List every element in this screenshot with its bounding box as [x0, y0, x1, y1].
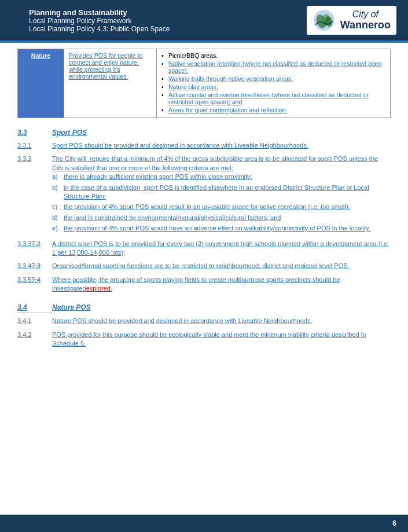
list-item: Walking trails through native vegetation…: [161, 75, 385, 82]
policy-341-text: Nature POS should be provided and design…: [52, 317, 391, 325]
policy-332-subs: a)there is already sufficient existing s…: [17, 173, 391, 234]
policy-33372: 3.3.37.2 A district sport POS is to be p…: [17, 240, 391, 258]
logo-city: City of: [352, 9, 378, 19]
header-title1: Planning and Sustainability: [29, 8, 307, 17]
policy-33372-text: A district sport POS is to be provided f…: [52, 240, 391, 258]
policy-342: 3.4.2 POS provided for this purpose shou…: [17, 331, 391, 348]
nature-label: Nature: [31, 52, 50, 59]
bullet-list: Picnic/BBQ areas. Native vegetation rete…: [161, 52, 385, 113]
policy-342-num: 3.4.2: [17, 331, 52, 348]
logo-text-block: City of Wanneroo: [340, 9, 391, 31]
policy-332-main-row: 3.3.2 The City will require that a minim…: [17, 155, 391, 173]
policy-33372-num: 3.3.37.2: [17, 240, 52, 258]
policy-33574-explored: explored: [86, 285, 111, 292]
wanneroo-logo-icon: [313, 9, 336, 32]
table-row: Nature Provides POS for people to connec…: [18, 49, 391, 118]
policy-33473-text: Organised/formal sporting functions are …: [52, 262, 391, 270]
list-item: Areas for quiet contemplation and reflec…: [161, 107, 385, 113]
section-33-title: Sport POS: [52, 129, 87, 137]
list-item: a)there is already sufficient existing s…: [52, 173, 391, 181]
policy-332-sub-list: a)there is already sufficient existing s…: [52, 173, 391, 233]
page-footer: 6: [0, 515, 408, 532]
provides-cell: Provides POS for people to connect and e…: [64, 49, 157, 118]
policy-341-num: 3.4.1: [17, 317, 52, 325]
bullets-cell: Picnic/BBQ areas. Native vegetation rete…: [157, 49, 391, 118]
policy-332-num: 3.3.2: [17, 155, 52, 173]
policy-331-num: 3.3.1: [17, 141, 52, 150]
list-item: Active coastal and riverine foreshores (…: [161, 91, 385, 105]
policy-341: 3.4.1 Nature POS should be provided and …: [17, 317, 391, 325]
list-item: Picnic/BBQ areas.: [161, 52, 385, 59]
header-title2: Local Planning Policy Framework: [29, 17, 307, 25]
policy-33574-text: Where possible, the grouping of sports p…: [52, 276, 391, 293]
page-header: Planning and Sustainability Local Planni…: [0, 0, 408, 41]
section-34-heading: 3.4 Nature POS: [17, 303, 391, 311]
provides-text: Provides POS for people to connect and e…: [69, 52, 142, 80]
policy-33473: 3.3.47.3 Organised/formal sporting funct…: [17, 262, 391, 270]
list-item: Nature play areas;: [161, 83, 385, 90]
section-34-num: 3.4: [17, 303, 52, 311]
nature-label-cell: Nature: [18, 49, 64, 118]
policy-33574-num: 3.3.57.4: [17, 276, 52, 293]
policy-331: 3.3.1 Sport POS should be provided and d…: [17, 141, 391, 150]
header-text-block: Planning and Sustainability Local Planni…: [12, 8, 307, 33]
list-item: b)in the case of a subdivision, sport PO…: [52, 184, 391, 201]
policy-33473-num: 3.3.47.3: [17, 262, 52, 270]
section-34-underline: [17, 313, 52, 313]
policy-332: 3.3.2 The City will require that a minim…: [17, 155, 391, 234]
section-34-title: Nature POS: [52, 303, 91, 311]
main-content: Nature Provides POS for people to connec…: [0, 43, 408, 388]
policy-33574-period: .: [111, 285, 112, 292]
header-logo: City of Wanneroo: [307, 6, 396, 35]
policy-331-text: Sport POS should be provided and designe…: [52, 141, 391, 150]
list-item: e)the provision of 4% sport POS would ha…: [52, 224, 391, 233]
policy-33574: 3.3.57.4 Where possible, the grouping of…: [17, 276, 391, 293]
policy-342-text: POS provided for this purpose should be …: [52, 331, 391, 348]
section-33-num: 3.3: [17, 129, 52, 137]
page-number: 6: [392, 519, 396, 527]
logo-wanneroo: Wanneroo: [340, 20, 391, 31]
header-title3: Local Planning Policy 4.3: Public Open S…: [29, 25, 307, 33]
policy-332-main-text: The City will require that a minimum of …: [52, 155, 391, 173]
list-item: d)the land is constrained by environment…: [52, 214, 391, 222]
list-item: Native vegetation retention (where not c…: [161, 60, 385, 74]
pos-table: Nature Provides POS for people to connec…: [17, 49, 391, 118]
section-33-heading: 3.3 Sport POS: [17, 129, 391, 137]
list-item: c)the provision of 4% sport POS would re…: [52, 203, 391, 211]
section-34-container: 3.4 Nature POS: [17, 303, 391, 313]
